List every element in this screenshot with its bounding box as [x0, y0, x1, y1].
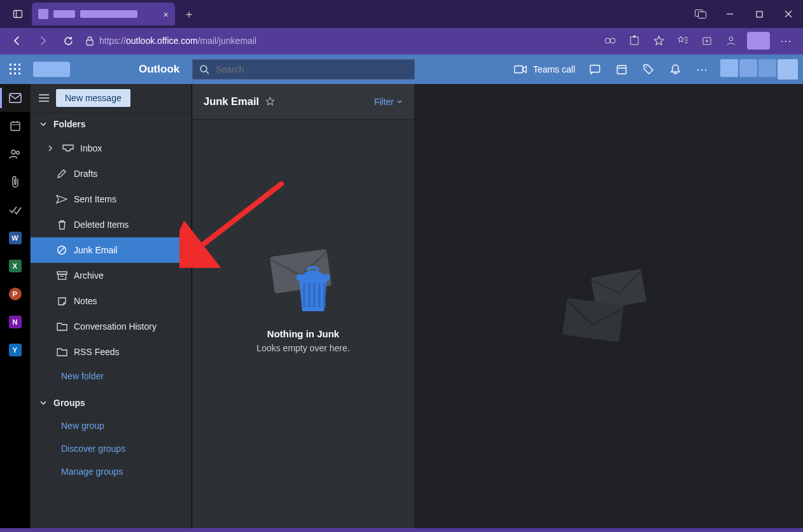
- url-field[interactable]: https://outlook.office.com/mail/junkemai…: [81, 31, 597, 50]
- folder-icon: [56, 348, 67, 356]
- message-list-title: Junk Email: [204, 95, 259, 108]
- url-text: https://outlook.office.com/mail/junkemai…: [99, 36, 256, 46]
- extensions-icon[interactable]: [622, 30, 646, 52]
- rail-word-icon[interactable]: W: [0, 224, 31, 252]
- svg-point-19: [729, 37, 733, 41]
- hamburger-icon[interactable]: [38, 94, 50, 102]
- minimize-button[interactable]: [715, 4, 744, 24]
- folder-inbox[interactable]: Inbox: [31, 136, 192, 161]
- svg-rect-37: [11, 122, 20, 130]
- browser-tab[interactable]: ×: [32, 3, 175, 25]
- close-window-button[interactable]: [774, 4, 803, 24]
- folder-deleted-items[interactable]: Deleted Items: [31, 212, 192, 237]
- tab-aside-button[interactable]: [686, 4, 715, 24]
- reading-pane-placeholder-illustration: [558, 267, 660, 349]
- svg-rect-23: [10, 68, 11, 70]
- tab-title-redacted: [53, 10, 75, 18]
- filter-button[interactable]: Filter: [374, 97, 403, 107]
- rail-onenote-icon[interactable]: N: [0, 308, 31, 336]
- groups-section-header[interactable]: Groups: [31, 391, 192, 414]
- search-input[interactable]: [214, 64, 408, 75]
- rail-excel-icon[interactable]: X: [0, 252, 31, 280]
- folder-label: Archive: [74, 270, 104, 281]
- svg-rect-32: [590, 66, 600, 73]
- profile-icon[interactable]: [719, 30, 743, 52]
- maximize-button[interactable]: [744, 4, 774, 24]
- note-icon: [56, 297, 67, 306]
- more-menu-button[interactable]: ⋯: [774, 30, 798, 52]
- empty-title: Nothing in Junk: [267, 328, 339, 339]
- new-tab-button[interactable]: ＋: [179, 4, 199, 24]
- account-area[interactable]: [720, 59, 798, 80]
- rail-mail-icon[interactable]: [0, 84, 31, 112]
- empty-junk-illustration: [262, 241, 345, 317]
- svg-point-41: [11, 150, 15, 154]
- teams-call-button[interactable]: Teams call: [508, 64, 582, 74]
- svg-rect-0: [14, 11, 22, 18]
- folders-section-label: Folders: [53, 119, 86, 129]
- tag-icon[interactable]: [635, 55, 662, 84]
- svg-point-9: [605, 38, 610, 43]
- manage-groups-link[interactable]: Manage groups: [31, 460, 192, 483]
- star-icon[interactable]: [265, 97, 275, 106]
- more-icon[interactable]: ⋯: [688, 55, 715, 84]
- chat-icon[interactable]: [582, 55, 608, 84]
- folder-archive[interactable]: Archive: [31, 263, 192, 288]
- nav-back-button[interactable]: [5, 30, 29, 52]
- rail-yammer-icon[interactable]: Y: [0, 336, 31, 364]
- svg-rect-49: [58, 274, 66, 279]
- svg-rect-22: [18, 64, 20, 66]
- rail-calendar-icon[interactable]: [0, 112, 31, 140]
- rail-people-icon[interactable]: [0, 140, 31, 168]
- folders-section-header[interactable]: Folders: [31, 113, 192, 136]
- tab-actions-button[interactable]: [8, 4, 28, 24]
- tab-title-redacted: [80, 10, 137, 18]
- folder-sent-items[interactable]: Sent Items: [31, 186, 192, 212]
- profile-avatar[interactable]: [747, 32, 770, 50]
- calendar-day-icon[interactable]: [608, 55, 635, 84]
- folder-notes[interactable]: Notes: [31, 288, 192, 314]
- new-folder-link[interactable]: New folder: [31, 365, 192, 388]
- browser-address-bar: https://outlook.office.com/mail/junkemai…: [0, 28, 803, 55]
- folder-junk-email[interactable]: Junk Email: [31, 237, 192, 263]
- send-icon: [56, 195, 67, 204]
- svg-rect-31: [514, 66, 522, 73]
- new-message-button[interactable]: New message: [56, 89, 130, 107]
- rail-files-icon[interactable]: [0, 168, 31, 196]
- new-group-link[interactable]: New group: [31, 414, 192, 437]
- message-list-pane: Junk Email Filter: [192, 84, 415, 532]
- svg-rect-20: [10, 64, 11, 66]
- folder-label: RSS Feeds: [74, 347, 120, 357]
- reader-icon[interactable]: [598, 30, 622, 52]
- folder-conversation-history[interactable]: Conversation History: [31, 314, 192, 339]
- folder-drafts[interactable]: Drafts: [31, 161, 192, 186]
- star-favorite-icon[interactable]: [646, 30, 671, 52]
- app-brand: [31, 62, 126, 77]
- search-icon: [199, 64, 209, 74]
- favorites-bar-icon[interactable]: [671, 30, 695, 52]
- teams-call-label: Teams call: [533, 64, 575, 74]
- tab-close-button[interactable]: ×: [163, 9, 169, 20]
- svg-point-53: [304, 270, 322, 278]
- svg-point-29: [200, 66, 207, 72]
- folder-label: Junk Email: [74, 245, 117, 255]
- block-icon: [56, 245, 67, 255]
- folder-rss-feeds[interactable]: RSS Feeds: [31, 339, 192, 365]
- search-box[interactable]: [192, 59, 415, 80]
- rail-todo-icon[interactable]: [0, 196, 31, 224]
- collections-icon[interactable]: [695, 30, 719, 52]
- video-icon: [514, 65, 527, 74]
- rail-powerpoint-icon[interactable]: P: [0, 280, 31, 308]
- refresh-button[interactable]: [56, 30, 80, 52]
- nav-forward-button[interactable]: [31, 30, 55, 52]
- svg-rect-12: [633, 36, 636, 38]
- svg-rect-28: [18, 73, 20, 74]
- app-launcher-button[interactable]: [0, 55, 31, 84]
- filter-label: Filter: [374, 97, 394, 107]
- svg-rect-11: [631, 37, 638, 45]
- app-header: Outlook Teams call ⋯: [0, 55, 803, 84]
- discover-groups-link[interactable]: Discover groups: [31, 437, 192, 460]
- notifications-icon[interactable]: [662, 55, 688, 84]
- chevron-right-icon: [47, 145, 56, 151]
- folder-pane: New message Folders Inbox Drafts Sent It…: [31, 84, 192, 532]
